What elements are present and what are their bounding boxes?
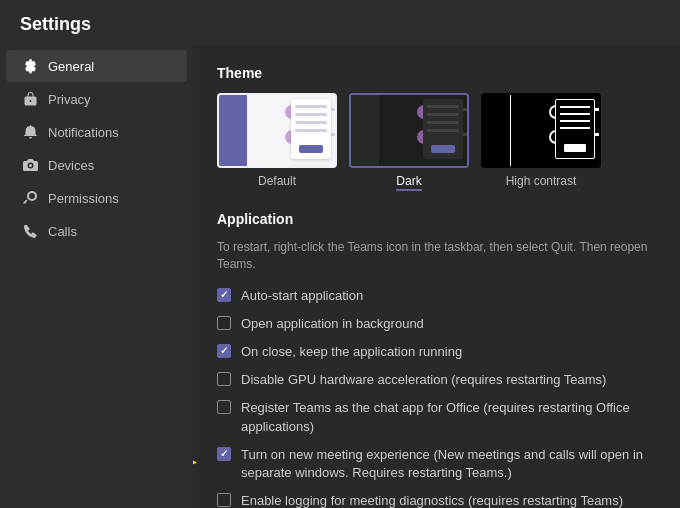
sidebar-item-calls[interactable]: Calls bbox=[6, 215, 187, 247]
checkbox-disable-gpu[interactable] bbox=[217, 372, 231, 386]
checkbox-keep-running-label: On close, keep the application running bbox=[241, 343, 462, 361]
sidebar-item-general[interactable]: General bbox=[6, 50, 187, 82]
theme-contrast-preview bbox=[481, 93, 601, 168]
checkbox-enable-logging-wrapper[interactable] bbox=[217, 493, 231, 507]
checkbox-disable-gpu-wrapper[interactable] bbox=[217, 372, 231, 386]
key-icon bbox=[22, 190, 38, 206]
theme-contrast[interactable]: High contrast bbox=[481, 93, 601, 191]
checkbox-keep-running[interactable] bbox=[217, 344, 231, 358]
svg-marker-0 bbox=[193, 448, 197, 476]
application-description: To restart, right-click the Teams icon i… bbox=[217, 239, 656, 273]
checkbox-auto-start[interactable] bbox=[217, 288, 231, 302]
checkbox-row-auto-start: Auto-start application bbox=[217, 287, 656, 305]
checkbox-enable-logging[interactable] bbox=[217, 493, 231, 507]
theme-contrast-label: High contrast bbox=[506, 174, 577, 188]
phone-icon bbox=[22, 223, 38, 239]
checkbox-new-meeting-label: Turn on new meeting experience (New meet… bbox=[241, 446, 656, 482]
arrow-icon bbox=[193, 448, 197, 476]
checkbox-enable-logging-label: Enable logging for meeting diagnostics (… bbox=[241, 492, 623, 508]
lock-icon bbox=[22, 91, 38, 107]
checkbox-open-background-wrapper[interactable] bbox=[217, 316, 231, 330]
application-section-title: Application bbox=[217, 211, 656, 227]
checkbox-keep-running-wrapper[interactable] bbox=[217, 344, 231, 358]
checkbox-open-background[interactable] bbox=[217, 316, 231, 330]
checkbox-register-teams-wrapper[interactable] bbox=[217, 400, 231, 414]
theme-dark-preview bbox=[349, 93, 469, 168]
bell-icon bbox=[22, 124, 38, 140]
sidebar-item-privacy[interactable]: Privacy bbox=[6, 83, 187, 115]
settings-title: Settings bbox=[0, 0, 680, 45]
theme-default-label: Default bbox=[258, 174, 296, 188]
checkbox-row-keep-running: On close, keep the application running bbox=[217, 343, 656, 361]
sidebar: General Privacy Notifications bbox=[0, 45, 193, 508]
checkbox-register-teams-label: Register Teams as the chat app for Offic… bbox=[241, 399, 656, 435]
theme-default[interactable]: Default bbox=[217, 93, 337, 191]
checkbox-row-enable-logging: Enable logging for meeting diagnostics (… bbox=[217, 492, 656, 508]
gear-icon bbox=[22, 58, 38, 74]
theme-default-preview bbox=[217, 93, 337, 168]
checkbox-auto-start-label: Auto-start application bbox=[241, 287, 363, 305]
settings-content: Theme bbox=[193, 45, 680, 508]
checkbox-row-disable-gpu: Disable GPU hardware acceleration (requi… bbox=[217, 371, 656, 389]
checkbox-auto-start-wrapper[interactable] bbox=[217, 288, 231, 302]
sidebar-item-notifications[interactable]: Notifications bbox=[6, 116, 187, 148]
theme-dark[interactable]: Dark bbox=[349, 93, 469, 191]
camera-icon bbox=[22, 157, 38, 173]
arrow-indicator bbox=[193, 448, 197, 479]
checkbox-row-open-background: Open application in background bbox=[217, 315, 656, 333]
theme-section-title: Theme bbox=[217, 65, 656, 81]
sidebar-item-devices-label: Devices bbox=[48, 158, 94, 173]
sidebar-item-privacy-label: Privacy bbox=[48, 92, 91, 107]
checkbox-row-new-meeting: Turn on new meeting experience (New meet… bbox=[217, 446, 656, 482]
application-section: Application To restart, right-click the … bbox=[217, 211, 656, 508]
sidebar-item-general-label: General bbox=[48, 59, 94, 74]
sidebar-item-permissions-label: Permissions bbox=[48, 191, 119, 206]
sidebar-item-notifications-label: Notifications bbox=[48, 125, 119, 140]
checkbox-register-teams[interactable] bbox=[217, 400, 231, 414]
checkbox-open-background-label: Open application in background bbox=[241, 315, 424, 333]
sidebar-item-permissions[interactable]: Permissions bbox=[6, 182, 187, 214]
theme-grid: Default bbox=[217, 93, 656, 191]
checkbox-new-meeting-wrapper[interactable] bbox=[217, 447, 231, 461]
sidebar-item-devices[interactable]: Devices bbox=[6, 149, 187, 181]
checkbox-new-meeting[interactable] bbox=[217, 447, 231, 461]
theme-dark-label: Dark bbox=[396, 174, 421, 191]
checkbox-row-register-teams: Register Teams as the chat app for Offic… bbox=[217, 399, 656, 435]
sidebar-item-calls-label: Calls bbox=[48, 224, 77, 239]
checkbox-disable-gpu-label: Disable GPU hardware acceleration (requi… bbox=[241, 371, 606, 389]
